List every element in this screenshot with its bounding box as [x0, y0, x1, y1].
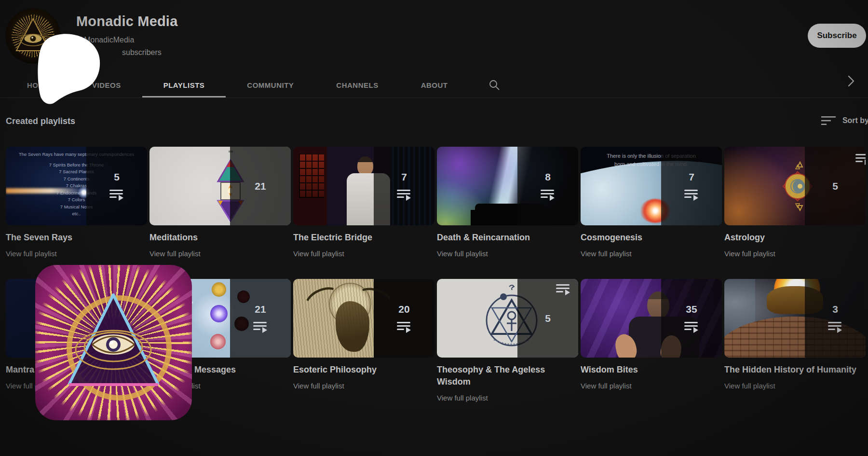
- subscribe-button[interactable]: Subscribe: [808, 24, 866, 48]
- playlist-count-overlay: 7: [661, 147, 722, 225]
- playlist-count-overlay: 35: [661, 279, 722, 358]
- chevron-right-icon: [847, 75, 855, 87]
- playlist-icon: [855, 153, 866, 165]
- tab-channels[interactable]: CHANNELS: [315, 72, 399, 97]
- playlist-card: 5 Astrology View full playlist: [724, 147, 866, 258]
- playlist-thumbnail[interactable]: There is only the illusion of separation…: [581, 147, 722, 225]
- playlist-card: 5 Theosophy & The Ageless Wisdom View fu…: [437, 279, 578, 402]
- playlist-card: The Seven Rays have many septenary corre…: [6, 147, 147, 258]
- chakra-art: [210, 334, 226, 349]
- playlist-count-overlay: 5: [805, 147, 866, 225]
- channel-tabs: HOME VIDEOS PLAYLISTS COMMUNITY CHANNELS…: [0, 72, 868, 98]
- view-full-playlist-link[interactable]: View full playlist: [724, 382, 866, 390]
- playlist-title[interactable]: Cosmogenesis: [581, 232, 722, 244]
- video-count: 5: [832, 180, 838, 192]
- playlist-card: 3 The Hidden History of Humanity View fu…: [724, 279, 866, 402]
- playlist-icon: [828, 321, 842, 333]
- playlist-thumbnail[interactable]: 7: [293, 147, 434, 225]
- tab-playlists[interactable]: PLAYLISTS: [142, 72, 226, 97]
- playlist-count-overlay: 5: [517, 279, 578, 358]
- view-full-playlist-link[interactable]: View full playlist: [581, 249, 722, 258]
- channel-search-button[interactable]: [469, 72, 519, 97]
- tabs-scroll-right-button[interactable]: [847, 75, 855, 89]
- video-count: 8: [545, 171, 551, 183]
- playlist-icon: [541, 189, 555, 201]
- sort-by-button[interactable]: Sort by: [821, 115, 868, 126]
- playlist-thumbnail[interactable]: 5: [724, 147, 866, 225]
- video-count: 35: [686, 304, 697, 315]
- playlist-thumbnail[interactable]: 35: [581, 279, 722, 358]
- tab-community[interactable]: COMMUNITY: [226, 72, 315, 97]
- video-count: 7: [689, 171, 694, 183]
- video-count: 5: [545, 313, 551, 324]
- channel-title: Monadic Media: [76, 14, 177, 29]
- playlist-title[interactable]: Esoteric Philosophy: [293, 364, 434, 376]
- video-count: 7: [401, 171, 407, 183]
- playlist-icon: [109, 189, 124, 201]
- search-icon: [488, 79, 500, 91]
- playlist-count-overlay: 7: [374, 147, 434, 225]
- view-full-playlist-link[interactable]: View full playlist: [724, 249, 866, 258]
- video-count: 21: [255, 180, 266, 192]
- playlist-thumbnail[interactable]: 21: [149, 147, 291, 225]
- video-count: 21: [255, 304, 266, 315]
- playlist-icon: [397, 321, 411, 333]
- section-header: Created playlists Sort by: [6, 116, 868, 131]
- playlist-thumbnail[interactable]: 5: [437, 279, 578, 358]
- playlist-card: 7 The Electric Bridge View full playlist: [293, 147, 434, 258]
- playlist-title[interactable]: Wisdom Bites: [581, 364, 722, 376]
- red-window-art: [299, 154, 325, 198]
- playlist-title[interactable]: The Electric Bridge: [293, 232, 434, 244]
- view-full-playlist-link[interactable]: View full playlist: [293, 382, 434, 390]
- playlist-count-overlay: 20: [374, 279, 434, 358]
- playlist-card: There is only the illusion of separation…: [581, 147, 722, 258]
- playlist-thumbnail[interactable]: 20: [293, 279, 434, 358]
- chakra-art: [210, 305, 228, 322]
- playlist-count-overlay: 5: [86, 147, 147, 225]
- playlist-icon: [253, 321, 268, 333]
- view-full-playlist-link[interactable]: View full playlist: [437, 249, 578, 258]
- view-full-playlist-link[interactable]: View full playlist: [149, 249, 291, 258]
- video-count: 20: [398, 304, 409, 315]
- playlist-title[interactable]: The Seven Rays: [6, 232, 147, 244]
- view-full-playlist-link[interactable]: View full playlist: [581, 382, 722, 390]
- playlist-card: 21 Meditations View full playlist: [149, 147, 291, 258]
- playlist-count-overlay: 3: [805, 279, 866, 358]
- view-full-playlist-link[interactable]: View full playlist: [6, 249, 147, 258]
- playlist-icon: [556, 284, 570, 295]
- sort-by-label: Sort by: [842, 116, 868, 125]
- playlist-count-overlay: 21: [230, 147, 291, 225]
- playlist-title[interactable]: Meditations: [149, 232, 291, 244]
- video-count: 5: [114, 171, 120, 183]
- video-count: 3: [832, 304, 838, 315]
- playlist-count-overlay: 8: [517, 147, 578, 225]
- playlist-title[interactable]: The Hidden History of Humanity: [724, 364, 866, 376]
- playlist-title[interactable]: Astrology: [724, 232, 866, 244]
- playlist-row-1: The Seven Rays have many septenary corre…: [6, 147, 866, 258]
- playlist-thumbnail[interactable]: The Seven Rays have many septenary corre…: [6, 147, 147, 225]
- youtube-channel-page: { "channel": { "name": "Monadic Media", …: [0, 0, 868, 456]
- playlist-icon: [684, 189, 699, 201]
- playlist-count-overlay: 21: [230, 279, 291, 358]
- view-full-playlist-link[interactable]: View full playlist: [293, 249, 434, 258]
- playlist-card: 35 Wisdom Bites View full playlist: [581, 279, 722, 402]
- playlist-title[interactable]: Theosophy & The Ageless Wisdom: [437, 364, 578, 388]
- sort-icon: [821, 115, 836, 126]
- presenter-head-art: [357, 156, 373, 176]
- playlist-icon: [397, 189, 411, 201]
- highlight-blob: [34, 29, 104, 107]
- playlist-thumbnail[interactable]: 8: [437, 147, 578, 225]
- playlist-title[interactable]: Death & Reincarnation: [437, 232, 578, 244]
- playlist-icon: [684, 321, 699, 333]
- playlist-card: 8 Death & Reincarnation View full playli…: [437, 147, 578, 258]
- channel-avatar-enlarged: [35, 265, 192, 420]
- playlist-thumbnail[interactable]: 3: [724, 279, 866, 358]
- playlist-card: 20 Esoteric Philosophy View full playlis…: [293, 279, 434, 402]
- tab-about[interactable]: ABOUT: [400, 72, 469, 97]
- section-title: Created playlists: [6, 116, 75, 126]
- view-full-playlist-link[interactable]: View full playlist: [437, 394, 578, 402]
- pyramid-eye-icon: [35, 265, 192, 420]
- chakra-art: [212, 282, 226, 297]
